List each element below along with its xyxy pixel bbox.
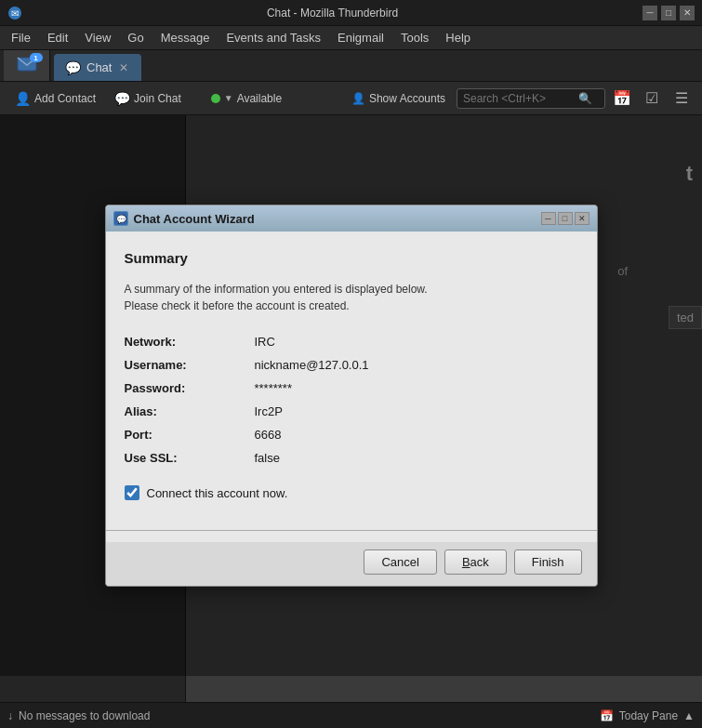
show-accounts-label: Show Accounts bbox=[369, 92, 445, 105]
dialog-button-row: Cancel Back Finish bbox=[106, 542, 597, 586]
menu-message[interactable]: Message bbox=[153, 29, 218, 46]
port-value: 6668 bbox=[255, 426, 578, 443]
dialog-section-title: Summary bbox=[125, 250, 578, 266]
dialog-description: A summary of the information you entered… bbox=[125, 281, 578, 314]
app-icon: ✉ bbox=[7, 6, 22, 20]
dialog-title-left: 💬 Chat Account Wizard bbox=[113, 211, 255, 226]
menu-view[interactable]: View bbox=[77, 29, 118, 46]
search-icon: 🔍 bbox=[578, 92, 592, 105]
network-label: Network: bbox=[125, 333, 255, 351]
tasks-icon-button[interactable]: ☑ bbox=[639, 86, 665, 112]
dialog-title-bar: 💬 Chat Account Wizard ─ □ ✕ bbox=[106, 205, 597, 232]
menu-go[interactable]: Go bbox=[120, 29, 151, 46]
dialog-min-button[interactable]: ─ bbox=[541, 212, 556, 225]
dialog-app-icon: 💬 bbox=[113, 211, 128, 226]
home-tab[interactable]: 1 bbox=[4, 50, 50, 81]
main-area: t of ted 💬 Chat Account Wizard ─ bbox=[0, 115, 702, 702]
alias-value: Irc2P bbox=[255, 403, 578, 420]
menu-file[interactable]: File bbox=[4, 29, 38, 46]
hamburger-menu-button[interactable]: ☰ bbox=[669, 86, 695, 112]
username-value: nickname@127.0.0.1 bbox=[255, 356, 578, 374]
usessl-label: Use SSL: bbox=[125, 449, 255, 467]
chat-tab[interactable]: 💬 Chat ✕ bbox=[54, 54, 141, 81]
menu-events-tasks[interactable]: Events and Tasks bbox=[219, 29, 328, 46]
svg-text:💬: 💬 bbox=[115, 214, 126, 225]
window-controls: ─ □ ✕ bbox=[642, 6, 695, 20]
accounts-icon: 👤 bbox=[351, 92, 365, 105]
back-label: Back bbox=[462, 555, 489, 569]
usessl-value: false bbox=[255, 449, 578, 467]
add-contact-button[interactable]: 👤 Add Contact bbox=[7, 88, 103, 109]
show-accounts-button[interactable]: 👤 Show Accounts bbox=[344, 89, 453, 108]
port-label: Port: bbox=[125, 426, 255, 443]
search-input[interactable] bbox=[463, 92, 575, 105]
svg-text:✉: ✉ bbox=[11, 8, 19, 19]
join-chat-icon: 💬 bbox=[114, 91, 130, 106]
status-selector[interactable]: ▼ Available bbox=[211, 92, 282, 105]
search-box[interactable]: 🔍 bbox=[457, 88, 605, 109]
close-button[interactable]: ✕ bbox=[680, 6, 695, 20]
no-messages-text: No messages to download bbox=[19, 709, 150, 722]
mail-icon: 1 bbox=[17, 57, 37, 74]
join-chat-label: Join Chat bbox=[134, 92, 181, 105]
toolbar: 👤 Add Contact 💬 Join Chat ▼ Available 👤 … bbox=[0, 82, 702, 115]
chat-tab-icon: 💬 bbox=[65, 60, 81, 75]
network-value: IRC bbox=[255, 333, 578, 351]
join-chat-button[interactable]: 💬 Join Chat bbox=[107, 88, 189, 109]
menu-tools[interactable]: Tools bbox=[393, 29, 436, 46]
summary-fields: Network: IRC Username: nickname@127.0.0.… bbox=[125, 333, 578, 467]
status-dot bbox=[211, 94, 220, 103]
dialog-close-button[interactable]: ✕ bbox=[575, 212, 589, 225]
status-dropdown-arrow: ▼ bbox=[224, 93, 233, 103]
download-icon: ↓ bbox=[7, 709, 13, 722]
today-pane-label: Today Pane bbox=[619, 709, 678, 722]
today-pane-icon: 📅 bbox=[600, 709, 614, 722]
password-value: ******** bbox=[255, 379, 578, 397]
back-button[interactable]: Back bbox=[444, 549, 507, 575]
tab-bar: 1 💬 Chat ✕ bbox=[0, 50, 702, 82]
menu-enigmail[interactable]: Enigmail bbox=[330, 29, 391, 46]
add-contact-label: Add Contact bbox=[34, 92, 96, 105]
chat-tab-label: Chat bbox=[86, 60, 112, 74]
today-pane-button[interactable]: 📅 Today Pane ▲ bbox=[600, 709, 695, 722]
dialog-desc-line1: A summary of the information you entered… bbox=[125, 283, 428, 296]
connect-checkbox[interactable] bbox=[125, 485, 139, 500]
finish-label: Finish bbox=[532, 555, 564, 569]
password-label: Password: bbox=[125, 379, 255, 397]
dialog-max-button[interactable]: □ bbox=[558, 212, 573, 225]
cancel-label: Cancel bbox=[381, 555, 418, 569]
menu-bar: File Edit View Go Message Events and Tas… bbox=[0, 26, 702, 50]
calendar-icon-button[interactable]: 📅 bbox=[609, 86, 635, 112]
window-title: Chat - Mozilla Thunderbird bbox=[22, 7, 642, 20]
finish-button[interactable]: Finish bbox=[514, 549, 582, 575]
cancel-button[interactable]: Cancel bbox=[364, 549, 436, 575]
chat-tab-close[interactable]: ✕ bbox=[117, 61, 130, 74]
dialog-window-controls: ─ □ ✕ bbox=[541, 212, 589, 225]
connect-checkbox-label: Connect this account now. bbox=[147, 486, 288, 500]
menu-help[interactable]: Help bbox=[438, 29, 478, 46]
alias-label: Alias: bbox=[125, 403, 255, 420]
status-text: Available bbox=[237, 92, 282, 105]
username-label: Username: bbox=[125, 356, 255, 374]
modal-overlay: 💬 Chat Account Wizard ─ □ ✕ Summary A su… bbox=[0, 115, 702, 676]
add-contact-icon: 👤 bbox=[15, 91, 31, 106]
dialog-title-text: Chat Account Wizard bbox=[134, 212, 255, 226]
minimize-button[interactable]: ─ bbox=[642, 6, 657, 20]
title-bar: ✉ Chat - Mozilla Thunderbird ─ □ ✕ bbox=[0, 0, 702, 26]
dialog-desc-line2: Please check it before the account is cr… bbox=[125, 299, 350, 312]
today-pane-arrow: ▲ bbox=[683, 709, 695, 722]
menu-edit[interactable]: Edit bbox=[40, 29, 75, 46]
status-bar-left: ↓ No messages to download bbox=[7, 709, 150, 722]
status-bar: ↓ No messages to download 📅 Today Pane ▲ bbox=[0, 702, 702, 728]
dialog-divider bbox=[106, 530, 597, 531]
dialog-body: Summary A summary of the information you… bbox=[106, 232, 597, 530]
chat-account-wizard-dialog: 💬 Chat Account Wizard ─ □ ✕ Summary A su… bbox=[105, 205, 598, 587]
connect-checkbox-row: Connect this account now. bbox=[125, 485, 578, 500]
maximize-button[interactable]: □ bbox=[661, 6, 676, 20]
